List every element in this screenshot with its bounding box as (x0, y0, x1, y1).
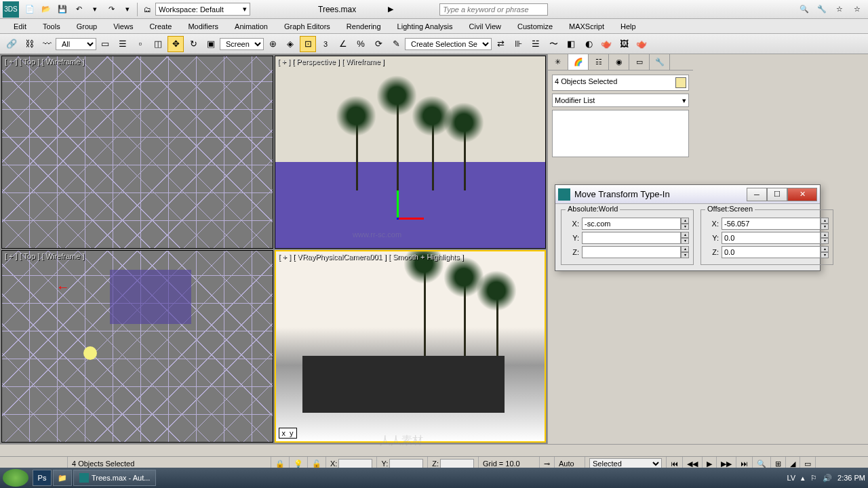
snap-toggle-icon[interactable]: 3 (317, 36, 334, 52)
select-region-icon[interactable]: ▫ (132, 36, 149, 52)
modifier-list-dropdown[interactable]: Modifier List ▾ (552, 94, 689, 107)
undo-dropdown-icon[interactable]: ▾ (87, 2, 102, 17)
undo-icon[interactable]: ↶ (71, 2, 86, 17)
menu-lighting[interactable]: Lighting Analysis (389, 20, 461, 33)
redo-dropdown-icon[interactable]: ▾ (120, 2, 135, 17)
select-rotate-icon[interactable]: ↻ (185, 36, 201, 52)
menu-modifiers[interactable]: Modifiers (180, 20, 226, 33)
spinner[interactable]: ▴▾ (681, 246, 689, 258)
menu-edit[interactable]: Edit (5, 20, 35, 33)
angle-snap-icon[interactable]: ∠ (335, 36, 351, 52)
selection-name: 4 Objects Selected (555, 77, 617, 88)
spinner[interactable]: ▴▾ (821, 246, 829, 258)
menu-civil-view[interactable]: Civil View (461, 20, 509, 33)
off-x-input[interactable] (722, 218, 821, 230)
curve-editor-icon[interactable]: 〜 (545, 36, 561, 52)
render-icon[interactable]: 🫖 (633, 36, 650, 52)
viewport-top-right[interactable]: [ + ] [ Perspective ] [ Wireframe ] (275, 56, 547, 249)
menu-create[interactable]: Create (141, 20, 180, 33)
off-y-input[interactable] (722, 232, 821, 244)
spinner[interactable]: ▴▾ (681, 232, 689, 244)
viewport-top-left[interactable]: [ + ] [ Top ] [ Wireframe ] (1, 56, 273, 249)
off-z-input[interactable] (722, 246, 821, 258)
taskbar-app-item[interactable]: Trees.max - Aut... (73, 470, 156, 486)
modify-tab-icon[interactable]: 🌈 (568, 54, 589, 70)
favorites-icon[interactable]: ☆ (832, 2, 847, 17)
tray-clock[interactable]: 2:36 PM (837, 474, 865, 482)
spinner[interactable]: ▴▾ (681, 218, 689, 230)
abs-z-input[interactable] (582, 246, 681, 258)
start-button[interactable] (3, 469, 28, 487)
utilities-tab-icon[interactable]: 🔧 (650, 54, 670, 70)
help-search-input[interactable] (439, 3, 548, 16)
menu-tools[interactable]: Tools (35, 20, 68, 33)
comm-center-icon[interactable]: 🔧 (814, 2, 829, 17)
project-icon[interactable]: 🗂 (140, 2, 155, 17)
window-crossing-icon[interactable]: ◫ (150, 36, 166, 52)
schematic-icon[interactable]: ◧ (563, 36, 579, 52)
align-icon[interactable]: ⊪ (510, 36, 526, 52)
spinner[interactable]: ▴▾ (821, 232, 829, 244)
close-button[interactable]: ✕ (787, 188, 817, 201)
workspace-selector[interactable]: Workspace: Default▾ (155, 3, 250, 16)
taskbar-ps-icon[interactable]: Ps (33, 470, 52, 486)
create-tab-icon[interactable]: ✳ (548, 54, 568, 70)
tray-volume-icon[interactable]: 🔊 (823, 474, 832, 483)
selection-filter[interactable]: All (56, 38, 96, 50)
spinner-snap-icon[interactable]: ⟳ (370, 36, 387, 52)
menu-graph-editors[interactable]: Graph Editors (276, 20, 338, 33)
percent-snap-icon[interactable]: % (353, 36, 369, 52)
named-selection-set[interactable]: Create Selection Se (405, 38, 492, 50)
help-icon[interactable]: ☆ (850, 2, 865, 17)
redo-icon[interactable]: ↷ (104, 2, 119, 17)
tray-lang[interactable]: LV (787, 474, 795, 482)
tray-up-icon[interactable]: ▴ (801, 474, 805, 483)
menu-animation[interactable]: Animation (226, 20, 276, 33)
bind-icon[interactable]: 〰 (39, 36, 55, 52)
pivot-icon[interactable]: ⊕ (264, 36, 281, 52)
link-icon[interactable]: 🔗 (3, 36, 20, 52)
layers-icon[interactable]: ☱ (528, 36, 544, 52)
ref-coord-system[interactable]: Screen (220, 38, 264, 50)
minimize-button[interactable]: ─ (747, 188, 767, 201)
render-setup-icon[interactable]: 🫖 (598, 36, 614, 52)
edit-named-sel-icon[interactable]: ✎ (388, 36, 404, 52)
abs-x-input[interactable] (582, 218, 681, 230)
maximize-button[interactable]: ☐ (767, 188, 787, 201)
viewport-bottom-left[interactable]: [ + ] [ Top ] [ Wireframe ] ← (1, 250, 273, 443)
save-icon[interactable]: 💾 (55, 2, 70, 17)
time-slider[interactable] (0, 444, 868, 456)
title-play-icon[interactable]: ▶ (383, 2, 398, 17)
manipulate-icon[interactable]: ◈ (282, 36, 298, 52)
menu-maxscript[interactable]: MAXScript (561, 20, 612, 33)
viewport-bottom-right[interactable]: [ + ] [ VRayPhysicalCamera001 ] [ Smooth… (275, 250, 547, 443)
modifier-stack[interactable] (552, 110, 689, 157)
select-move-icon[interactable]: ✥ (167, 36, 184, 52)
select-scale-icon[interactable]: ▣ (203, 36, 219, 52)
object-color-swatch[interactable] (675, 77, 686, 88)
viewport-label: [ + ] [ Perspective ] [ Wireframe ] (278, 58, 384, 66)
menu-customize[interactable]: Customize (509, 20, 561, 33)
select-by-name-icon[interactable]: ☰ (115, 36, 131, 52)
keyboard-shortcut-icon[interactable]: ⊡ (300, 36, 316, 52)
dialog-titlebar[interactable]: Move Transform Type-In ─ ☐ ✕ (555, 185, 820, 204)
search-icon[interactable]: 🔍 (797, 2, 812, 17)
menu-views[interactable]: Views (105, 20, 141, 33)
mirror-icon[interactable]: ⇄ (492, 36, 509, 52)
hierarchy-tab-icon[interactable]: ☷ (589, 54, 609, 70)
menu-help[interactable]: Help (612, 20, 644, 33)
new-file-icon[interactable]: 📄 (22, 2, 37, 17)
select-object-icon[interactable]: ▭ (97, 36, 113, 52)
abs-y-input[interactable] (582, 232, 681, 244)
spinner[interactable]: ▴▾ (821, 218, 829, 230)
taskbar-folder-icon[interactable]: 📁 (53, 470, 72, 486)
open-file-icon[interactable]: 📂 (39, 2, 54, 17)
menu-rendering[interactable]: Rendering (338, 20, 389, 33)
tray-flag-icon[interactable]: ⚐ (810, 474, 817, 483)
menu-group[interactable]: Group (68, 20, 106, 33)
display-tab-icon[interactable]: ▭ (629, 54, 650, 70)
material-editor-icon[interactable]: ◐ (580, 36, 597, 52)
unlink-icon[interactable]: ⛓ (21, 36, 37, 52)
motion-tab-icon[interactable]: ◉ (609, 54, 629, 70)
render-frame-icon[interactable]: 🖼 (616, 36, 632, 52)
